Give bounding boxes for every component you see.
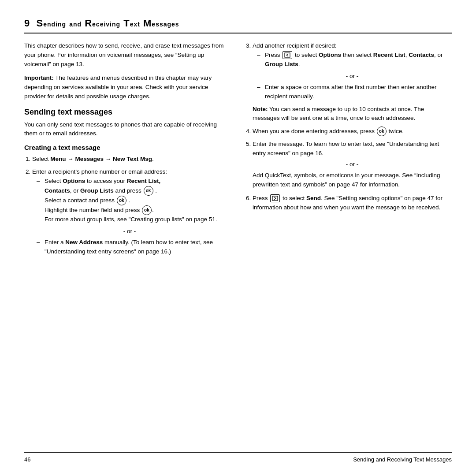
- ok-button-1: ok: [144, 186, 153, 196]
- step2-bullets: Select Options to access your Recent Lis…: [37, 177, 227, 224]
- step3-bullets2: Enter a space or comma after the first n…: [257, 83, 452, 101]
- step3: Add another recipient if desired: Press …: [253, 41, 452, 123]
- chapter-title: 9 Sending and Receiving Text Messages: [24, 18, 452, 33]
- intro-important: Important: The features and menus descri…: [24, 74, 227, 101]
- step3-or: - or -: [253, 72, 452, 81]
- step3-bullet2: Enter a space or comma after the first n…: [257, 83, 452, 101]
- step2-bullet1: Select Options to access your Recent Lis…: [37, 177, 227, 224]
- subsection1-title: Creating a text message: [24, 144, 227, 151]
- options-press-icon: [283, 51, 292, 59]
- intro-para1: This chapter describes how to send, rece…: [24, 41, 227, 69]
- step2-or: - or -: [32, 227, 227, 236]
- page: 9 Sending and Receiving Text Messages Th…: [0, 0, 476, 476]
- step4-text: When you are done entering addresses, pr…: [253, 128, 404, 134]
- step2-label: Enter a recipient’s phone number or emai…: [32, 168, 167, 175]
- left-column: This chapter describes how to send, rece…: [24, 41, 227, 452]
- ok-button-2: ok: [117, 196, 126, 205]
- steps-list: Select Menu → Messages → New Text Msg. E…: [32, 155, 227, 256]
- options-arrow-svg: [284, 52, 290, 58]
- chapter-number: 9: [24, 18, 30, 29]
- steps-list-right: Add another recipient if desired: Press …: [253, 41, 452, 212]
- step5: Enter the message. To learn how to enter…: [253, 140, 452, 190]
- chapter-title-text: Sending and Receiving Text Messages: [36, 18, 179, 29]
- ok-button-3: ok: [142, 205, 152, 215]
- section1-title: Sending text messages: [24, 108, 227, 117]
- svg-rect-1: [272, 196, 278, 201]
- footer: 46 Sending and Receiving Text Messages: [24, 452, 452, 463]
- step2-bullet2: Enter a New Address manually. (To learn …: [37, 238, 227, 257]
- step3-bullets: Press to select Options then select Rece…: [257, 51, 452, 69]
- ok-button-step4: ok: [377, 126, 387, 136]
- step6: Press to select Send. See "Setting sendi…: [253, 194, 452, 212]
- step5-or: - or -: [253, 160, 452, 169]
- step5-extra: Add QuickText, symbols, or emoticons in …: [253, 171, 452, 190]
- send-press-icon: [270, 194, 280, 202]
- step2-bullets2: Enter a New Address manually. (To learn …: [37, 238, 227, 257]
- step3-note: Note: You can send a message to up to 10…: [253, 105, 452, 123]
- note-label: Note:: [253, 106, 268, 112]
- step4: When you are done entering addresses, pr…: [253, 126, 452, 136]
- svg-rect-0: [285, 53, 290, 57]
- step6-text: Press to select Send. See "Setting sendi…: [253, 195, 443, 211]
- step3-bullet1: Press to select Options then select Rece…: [257, 51, 452, 69]
- send-arrow-svg: [272, 196, 278, 201]
- note-text: You can send a message to up to 10 conta…: [253, 106, 424, 122]
- section1-para: You can only send text messages to phone…: [24, 120, 227, 139]
- important-label: Important:: [24, 74, 54, 81]
- step5-text: Enter the message. To learn how to enter…: [253, 141, 439, 156]
- step3-label: Add another recipient if desired:: [253, 42, 337, 49]
- step1: Select Menu → Messages → New Text Msg.: [32, 155, 227, 164]
- footer-title-text: Sending and Receiving Text Messages: [353, 456, 452, 463]
- step1-label: Select Menu → Messages → New Text Msg.: [32, 156, 154, 162]
- right-column: Add another recipient if desired: Press …: [245, 41, 452, 452]
- footer-page-number: 46: [24, 456, 30, 463]
- step2: Enter a recipient’s phone number or emai…: [32, 167, 227, 257]
